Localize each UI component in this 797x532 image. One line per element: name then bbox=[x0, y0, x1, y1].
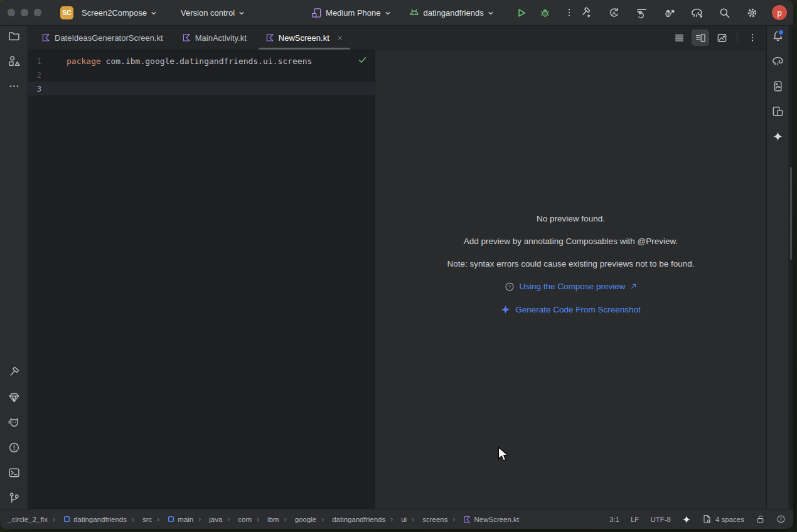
encoding-widget[interactable]: UTF-8 bbox=[650, 516, 671, 523]
ai-assistant-widget[interactable] bbox=[682, 515, 691, 524]
kotlin-file-icon bbox=[463, 516, 471, 523]
running-devices-tool-button[interactable] bbox=[770, 78, 785, 93]
syntax-note: Note: syntax errors could cause existing… bbox=[447, 259, 695, 269]
compose-preview-help-link[interactable]: ? Using the Compose preview bbox=[505, 282, 638, 292]
more-run-options-button[interactable] bbox=[562, 5, 577, 20]
ai-sparkle-icon bbox=[682, 515, 691, 524]
breadcrumb-item[interactable]: _circle_2_fix bbox=[8, 514, 48, 524]
apply-code-changes-icon bbox=[636, 7, 648, 19]
crumb-label: ui bbox=[401, 516, 407, 523]
editor-options-button[interactable] bbox=[744, 29, 761, 46]
notification-dot bbox=[778, 29, 784, 36]
tab-newscreen[interactable]: NewScreen.kt bbox=[256, 26, 353, 50]
breadcrumb-item[interactable]: com bbox=[222, 514, 252, 525]
zoom-window-button[interactable] bbox=[34, 9, 41, 16]
apply-restart-icon: A bbox=[608, 7, 620, 19]
breadcrumb-item[interactable]: NewScreen.kt bbox=[447, 514, 519, 525]
line-number[interactable]: 3 bbox=[28, 84, 67, 93]
attach-debugger-button[interactable] bbox=[661, 5, 677, 20]
user-avatar[interactable]: p bbox=[772, 5, 787, 20]
breadcrumb-item[interactable]: ui bbox=[385, 514, 407, 525]
crumb-label: google bbox=[295, 516, 317, 523]
breadcrumb-item[interactable]: main bbox=[152, 514, 193, 525]
android-head-icon bbox=[409, 7, 420, 18]
notifications-button[interactable] bbox=[770, 28, 785, 43]
gradle-sync-button[interactable] bbox=[689, 5, 704, 20]
compose-preview-panel: No preview found. Add preview by annotat… bbox=[375, 50, 766, 509]
problems-tool-button[interactable] bbox=[6, 440, 21, 455]
crumb-label: NewScreen.kt bbox=[474, 516, 519, 523]
more-vertical-icon bbox=[564, 8, 574, 18]
project-tool-button[interactable] bbox=[6, 28, 21, 43]
attach-debugger-icon bbox=[663, 7, 675, 19]
run-configuration-selector[interactable]: datingandfriends bbox=[405, 4, 498, 21]
terminal-tool-button[interactable] bbox=[6, 465, 21, 480]
resource-manager-tool-button[interactable] bbox=[6, 53, 21, 68]
split-view-icon bbox=[695, 33, 706, 43]
search-everywhere-button[interactable] bbox=[717, 5, 732, 20]
crumb-label: java bbox=[209, 516, 222, 523]
inspections-widget[interactable] bbox=[358, 55, 367, 65]
generate-code-from-screenshot-link[interactable]: Generate Code From Screenshot bbox=[501, 305, 641, 314]
close-window-button[interactable] bbox=[8, 9, 15, 16]
device-manager-tool-button[interactable] bbox=[770, 104, 785, 119]
git-commit-icon bbox=[8, 492, 20, 504]
code-view-button[interactable] bbox=[670, 29, 688, 46]
gradle-tool-button[interactable] bbox=[770, 53, 785, 68]
breadcrumb-item[interactable]: datingandfriends bbox=[48, 514, 127, 525]
caret-position-widget[interactable]: 3:1 bbox=[609, 516, 619, 523]
editor-tab-bar: DateIdeasGeneratorScreen.kt MainActivity… bbox=[28, 26, 766, 50]
close-tab-icon[interactable] bbox=[336, 35, 343, 41]
breadcrumb-item[interactable]: google bbox=[279, 514, 317, 525]
version-control-label: Version control bbox=[181, 8, 235, 18]
more-tool-windows-button[interactable] bbox=[6, 78, 21, 93]
minimize-window-button[interactable] bbox=[21, 9, 28, 16]
settings-button[interactable] bbox=[744, 5, 759, 20]
line-separator-widget[interactable]: LF bbox=[631, 516, 639, 523]
indent-widget[interactable]: 4 spaces bbox=[702, 514, 744, 524]
left-stripe-top-group bbox=[6, 28, 21, 93]
module-icon bbox=[63, 516, 70, 523]
breadcrumb-item[interactable]: src bbox=[127, 514, 152, 525]
breadcrumb-item[interactable]: java bbox=[193, 514, 222, 525]
device-selector[interactable]: Medium Phone bbox=[308, 5, 394, 21]
build-run-button[interactable] bbox=[579, 5, 594, 20]
apply-restart-button[interactable]: A bbox=[606, 5, 621, 20]
project-widget[interactable]: SC Screen2Compose bbox=[56, 4, 161, 22]
gemini-tool-button[interactable] bbox=[770, 129, 785, 144]
build-tool-button[interactable] bbox=[6, 364, 21, 380]
line-number[interactable]: 1 bbox=[28, 56, 67, 66]
editor-view-controls bbox=[670, 26, 766, 50]
split-view-button[interactable] bbox=[692, 29, 709, 46]
inspection-status-widget[interactable] bbox=[776, 514, 786, 524]
logcat-tool-button[interactable] bbox=[6, 415, 21, 430]
project-badge: SC bbox=[60, 6, 73, 19]
apply-code-changes-button[interactable] bbox=[634, 5, 649, 20]
breadcrumb-item[interactable]: datingandfriends bbox=[316, 514, 385, 525]
more-vertical-icon bbox=[747, 33, 757, 43]
indent-label: 4 spaces bbox=[715, 516, 744, 523]
project-folder-icon bbox=[8, 30, 20, 42]
tab-dateideasgeneratorscreen[interactable]: DateIdeasGeneratorScreen.kt bbox=[32, 26, 173, 50]
breadcrumb-item[interactable]: ibm bbox=[252, 514, 279, 525]
line-number[interactable]: 2 bbox=[28, 70, 67, 80]
left-stripe-bottom-group bbox=[6, 364, 21, 505]
version-control-widget[interactable]: Version control bbox=[177, 6, 249, 20]
app-quality-insights-tool-button[interactable] bbox=[6, 390, 21, 405]
debug-button[interactable] bbox=[538, 5, 553, 20]
scrollbar-thumb[interactable] bbox=[790, 167, 792, 260]
design-view-button[interactable] bbox=[713, 29, 730, 46]
code-editor[interactable]: 1 package com.ibm.google.datingandfriend… bbox=[28, 50, 375, 509]
search-icon bbox=[719, 7, 730, 19]
run-play-button[interactable] bbox=[514, 5, 529, 20]
version-control-tool-button[interactable] bbox=[6, 490, 21, 505]
kotlin-file-icon bbox=[182, 33, 191, 42]
tab-mainactivity[interactable]: MainActivity.kt bbox=[173, 26, 256, 50]
status-widgets: 3:1 LF UTF-8 4 spaces bbox=[609, 514, 786, 524]
breadcrumb-item[interactable]: screens bbox=[407, 514, 447, 525]
preview-scrollbar[interactable] bbox=[788, 26, 793, 509]
device-phone-icon bbox=[311, 8, 322, 18]
crumb-label: screens bbox=[422, 516, 447, 523]
code-line: 2 bbox=[28, 68, 375, 82]
readonly-toggle[interactable] bbox=[756, 514, 765, 524]
